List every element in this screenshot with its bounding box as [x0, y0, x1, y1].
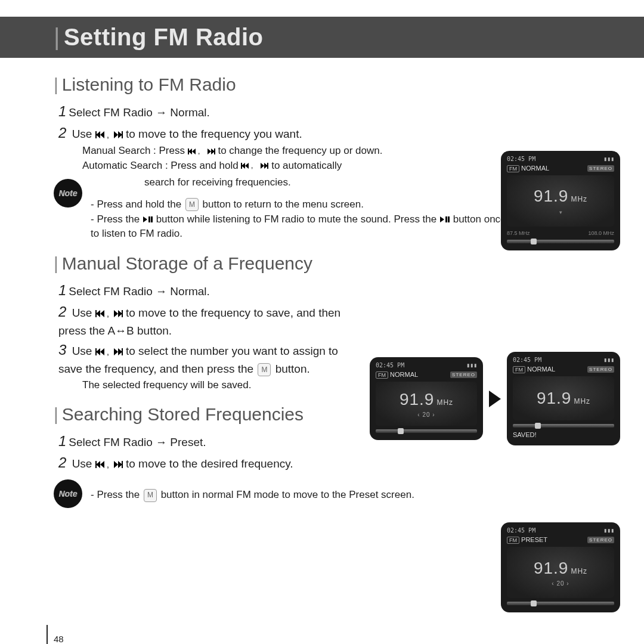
preset-num: ‹ 20 ›	[552, 580, 569, 587]
prev-next-icon: ,	[95, 309, 123, 318]
sub-text: The selected frequency will be saved.	[82, 378, 364, 393]
fm-badge: FM	[376, 371, 388, 379]
sub-text: Manual Search : Press	[82, 145, 188, 156]
section-heading: |Listening to FM Radio	[54, 75, 608, 95]
device-mode: NORMAL	[390, 371, 418, 378]
step-text: Use	[72, 345, 95, 357]
svg-rect-5	[214, 148, 215, 154]
svg-rect-6	[241, 163, 242, 169]
freq-unit: MHz	[571, 195, 587, 203]
prev-next-icon: ,	[95, 131, 123, 139]
step-text: Select FM Radio → Normal.	[69, 285, 210, 298]
device-illustration-pair: 02:45 PM▮▮▮ FM NORMALSTEREO 91.9MHz‹ 20 …	[370, 352, 620, 445]
preset-num: ‹ 20 ›	[417, 411, 435, 418]
stereo-badge: STEREO	[587, 537, 614, 543]
prev-next-icon: ,	[188, 148, 215, 155]
svg-rect-11	[445, 216, 447, 222]
sub-text: to automatically	[271, 160, 342, 171]
note-text: button in normal FM mode to move to the …	[161, 489, 414, 500]
device-time: 02:45 PM	[513, 357, 541, 363]
device-frequency: 91.9	[534, 187, 569, 205]
battery-icon: ▮▮▮	[603, 156, 614, 162]
device-mode: PRESET	[521, 536, 547, 543]
page-title-bar: |Setting FM Radio	[0, 17, 644, 58]
svg-rect-8	[267, 163, 268, 169]
sub-text: search for receiving frequencies.	[144, 175, 544, 190]
svg-rect-13	[95, 310, 97, 317]
freq-unit: MHz	[574, 397, 590, 405]
step-text: Select FM Radio → Normal.	[69, 106, 210, 119]
note-text: - Press the	[91, 489, 143, 500]
freq-unit: MHz	[571, 567, 587, 575]
left-rule	[47, 625, 48, 644]
device-frequency: 91.9	[534, 559, 569, 577]
note-text: button while listening to FM radio to mu…	[156, 213, 439, 225]
prev-next-icon: ,	[241, 162, 268, 169]
step-text: Select FM Radio → Preset.	[69, 436, 206, 448]
step-text: to move to the desired frequency.	[126, 457, 293, 470]
svg-text:,: ,	[107, 131, 109, 139]
arrow-right-icon	[489, 391, 501, 407]
note-badge: Note	[54, 179, 82, 208]
menu-button-icon: M	[258, 363, 271, 376]
svg-rect-0	[95, 131, 97, 138]
svg-rect-18	[122, 348, 123, 355]
menu-button-icon: M	[185, 198, 199, 211]
svg-rect-10	[151, 216, 153, 222]
stereo-badge: STEREO	[450, 371, 477, 378]
freq-bar	[507, 602, 614, 605]
step-text: to move to the frequency you want.	[126, 128, 302, 140]
svg-rect-15	[122, 310, 123, 317]
freq-bar	[376, 429, 477, 433]
device-frequency: 91.9	[537, 389, 572, 407]
battery-icon: ▮▮▮	[603, 527, 614, 534]
device-illustration: 02:45 PM▮▮▮ FM NORMALSTEREO 91.9MHz▾ 87.…	[501, 151, 620, 250]
device-time: 02:45 PM	[376, 362, 404, 369]
section-heading: |Manual Storage of a Frequency	[54, 253, 364, 274]
play-pause-icon	[143, 216, 153, 223]
section-heading-text: Searching Stored Frequencies	[62, 404, 304, 424]
note-text: - Press and hold the	[91, 199, 184, 210]
svg-rect-3	[188, 148, 189, 154]
section-searching-stored: |Searching Stored Frequencies 1Select FM…	[54, 404, 423, 508]
prev-next-icon: ,	[95, 348, 123, 356]
step-text: Use	[72, 128, 95, 140]
page-number: 48	[54, 634, 64, 644]
stereo-badge: STEREO	[587, 165, 614, 172]
battery-icon: ▮▮▮	[603, 357, 614, 363]
note-text: - Press the	[91, 213, 143, 225]
svg-text:,: ,	[107, 460, 109, 469]
section-manual-storage: |Manual Storage of a Frequency 1Select F…	[54, 253, 364, 393]
freq-unit: MHz	[436, 398, 453, 407]
device-illustration: 02:45 PM▮▮▮ FM PRESETSTEREO 91.9MHz‹ 20 …	[501, 522, 620, 612]
stereo-badge: STEREO	[587, 366, 614, 373]
sub-text: Automatic Search : Press and hold	[82, 160, 241, 171]
svg-text:,: ,	[107, 348, 109, 356]
device-mode: NORMAL	[527, 366, 555, 373]
range-low: 87.5 MHz	[507, 230, 530, 236]
freq-bar	[507, 240, 614, 243]
svg-text:,: ,	[251, 162, 253, 169]
prev-next-icon: ,	[95, 460, 123, 469]
sub-text: to change the frequency up or down.	[218, 145, 382, 156]
play-pause-icon	[439, 216, 450, 223]
range-high: 108.0 MHz	[588, 230, 614, 236]
device-frequency: 91.9	[400, 390, 435, 408]
device-time: 02:45 PM	[507, 156, 535, 162]
svg-rect-19	[95, 461, 97, 468]
section-heading-text: Listening to FM Radio	[62, 75, 236, 94]
svg-rect-2	[122, 131, 123, 138]
step-text: Use	[72, 306, 95, 319]
fm-badge: FM	[513, 366, 525, 373]
fm-badge: FM	[507, 165, 519, 172]
saved-label: SAVED!	[513, 431, 614, 438]
menu-button-icon: M	[144, 489, 157, 502]
step-text: Use	[72, 457, 95, 470]
note-text: button to return to the menu screen.	[203, 199, 364, 210]
section-heading: |Searching Stored Frequencies	[54, 404, 423, 425]
svg-text:,: ,	[107, 309, 109, 318]
section-heading-text: Manual Storage of a Frequency	[62, 253, 312, 273]
device-time: 02:45 PM	[507, 527, 535, 534]
step-text: button.	[275, 363, 310, 375]
battery-icon: ▮▮▮	[466, 362, 477, 369]
